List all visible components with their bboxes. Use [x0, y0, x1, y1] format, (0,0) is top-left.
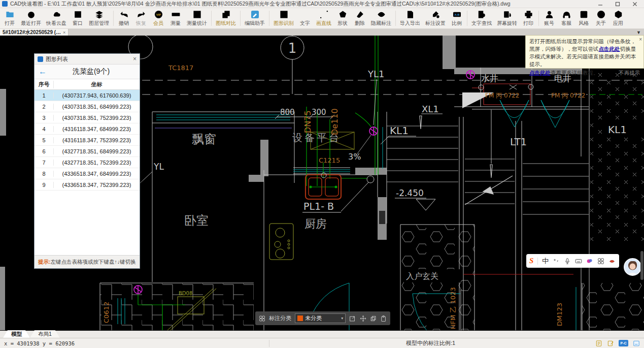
toolbar-button-scale[interactable]: 比例	[448, 8, 465, 28]
emoji-lips-icon[interactable]	[608, 258, 616, 265]
table-row[interactable]: 4(4316118.347, 684999.223)	[35, 123, 140, 135]
table-row[interactable]: 8(4336518.347, 684999.223)	[35, 168, 140, 179]
svg-text:C1215: C1215	[319, 156, 340, 164]
microphone-icon[interactable]	[564, 258, 571, 265]
import-export-icon	[405, 10, 415, 19]
sheet-tab-model[interactable]: 模型	[3, 330, 30, 338]
document-tab[interactable]: 5#10#12#水20250529 (… ×	[0, 29, 69, 36]
toolbar-button-shape-recognize[interactable]: 图形识别	[271, 8, 296, 28]
table-row[interactable]: 5(4316118.347, 752399.223)	[35, 135, 140, 146]
panel-close-icon[interactable]: ×	[133, 55, 137, 62]
toolbar-button-window[interactable]: 窗口	[69, 8, 86, 28]
notice-link-2[interactable]: 点击此处	[529, 70, 551, 76]
assistant-avatar[interactable]	[624, 258, 641, 276]
main-toolbar: 打开 最近打开 快看云盘 窗口 图层管理 撤销 恢复 会员 测量 测量统计 图纸…	[0, 8, 644, 29]
paste-annotation-icon[interactable]	[380, 315, 387, 322]
keyboard-icon[interactable]	[575, 258, 582, 265]
maximize-button[interactable]	[615, 1, 621, 7]
floating-toolbar-handle[interactable]	[640, 251, 643, 280]
svg-text:BD08: BD08	[179, 291, 192, 296]
table-row[interactable]: 3(4307318.351, 752399.223)	[35, 112, 140, 123]
sogou-logo-icon[interactable]: S	[529, 257, 533, 265]
notice-link-1[interactable]: 点击此处	[599, 46, 620, 52]
panel-title-bar[interactable]: 图形列表 ×	[35, 54, 140, 65]
headset-icon	[562, 10, 571, 19]
classify-grid-icon[interactable]	[259, 315, 265, 322]
table-row[interactable]: 6(4327718.351, 684999.223)	[35, 146, 140, 157]
classify-label: 标注分类	[269, 314, 291, 322]
classify-dropdown[interactable]: 未分类 ▾	[295, 313, 346, 323]
toolbar-button-edit-assistant[interactable]: 编辑助手	[242, 8, 267, 28]
svg-text:800: 800	[280, 108, 295, 117]
toolbar-button-vip[interactable]: 会员	[150, 8, 167, 28]
toolbar-button-support[interactable]: 客服	[558, 8, 575, 28]
toolbar-button-import-export[interactable]: 导入导出	[397, 8, 423, 28]
toolbar-button-text-search[interactable]: 文字查找	[469, 8, 494, 28]
back-arrow-icon[interactable]: ←	[39, 67, 47, 76]
copy-annotation-icon[interactable]	[370, 315, 377, 322]
svg-text:LT1: LT1	[510, 136, 527, 148]
sheet-tab-layout1[interactable]: 布局1	[30, 330, 60, 338]
redo-icon	[137, 10, 146, 19]
equipment-platform	[275, 115, 354, 174]
svg-text:TC1817: TC1817	[168, 64, 193, 72]
move-annotation-icon[interactable]	[360, 315, 366, 322]
toolbar-button-cloud[interactable]: 快看云盘	[44, 8, 69, 28]
toolbar-button-print[interactable]: 打印	[520, 8, 537, 28]
export-note-icon[interactable]	[607, 340, 614, 347]
panel-toggle-icon[interactable]	[633, 340, 640, 347]
toolbar-button-undo[interactable]: 撤销	[115, 8, 132, 28]
table-row[interactable]: 2(4307318.351, 684999.223)	[35, 101, 140, 112]
tip-label: 提示:	[38, 259, 51, 266]
svg-text:飘窗: 飘窗	[192, 132, 216, 146]
notice-close-icon[interactable]: ×	[639, 36, 642, 43]
cloud-icon	[52, 10, 61, 19]
toolbar-button-delete[interactable]: 删除	[351, 8, 368, 28]
toolbar-button-text[interactable]: 文字	[296, 8, 314, 28]
wall-recess	[379, 211, 385, 224]
svg-text:De110: De110	[330, 108, 340, 135]
toolbar-button-hide-annotations[interactable]: 隐藏标注	[368, 8, 394, 28]
clock-icon	[26, 10, 36, 19]
tab-close-icon[interactable]: ×	[63, 30, 65, 35]
toolbar-button-open[interactable]: 打开	[1, 8, 18, 28]
toolbar-button-recent[interactable]: 最近打开	[18, 8, 44, 28]
edit-assistant-icon	[250, 10, 260, 19]
svg-text:C0612: C0612	[103, 302, 110, 323]
toolbox-grid-icon[interactable]	[597, 258, 604, 265]
style-icon	[579, 10, 589, 19]
toolbar-button-measure[interactable]: 测量	[167, 8, 184, 28]
skin-palette-icon[interactable]	[586, 258, 593, 265]
punctuation-icon[interactable]	[553, 258, 560, 265]
svg-text:300: 300	[312, 108, 326, 117]
toolbar-button-compare[interactable]: 图纸对比	[213, 8, 239, 28]
toolbar-button-screen-rotate[interactable]: 屏幕旋转	[494, 8, 520, 28]
folder-open-icon	[5, 10, 15, 19]
ime-language-mode[interactable]: 中	[542, 257, 549, 266]
svg-text:FM 丙 0722: FM 丙 0722	[551, 92, 585, 99]
edit-annotation-icon[interactable]	[349, 315, 356, 322]
toolbar-button-about[interactable]: 关于	[592, 8, 609, 28]
toolbar-button-annotation-settings[interactable]: 标注设置	[423, 8, 448, 28]
toolbar-button-draw-line[interactable]: 画直线	[314, 8, 334, 28]
close-button[interactable]	[632, 1, 638, 7]
toolbar-button-apps[interactable]: 应用	[609, 8, 627, 28]
toolbar-button-style[interactable]: 风格	[575, 8, 592, 28]
svg-text:3%: 3%	[348, 152, 361, 162]
toolbar-button-shapes[interactable]: 形状	[334, 8, 351, 28]
toolbar-button-measure-stats[interactable]: 测量统计	[184, 8, 210, 28]
notes-icon[interactable]	[595, 340, 602, 347]
color-swatch	[297, 315, 303, 321]
toolbar-button-layers[interactable]: 图层管理	[86, 8, 112, 28]
pc-sync-badge[interactable]: P-C	[619, 340, 628, 346]
svg-text:DM123: DM123	[556, 303, 563, 326]
toolbar-button-account[interactable]: 账号	[540, 8, 558, 28]
apps-cube-icon	[614, 10, 623, 19]
column-coord: 坐标	[54, 81, 140, 88]
notice-dismiss-link[interactable]: 不再提示	[619, 69, 640, 77]
table-row[interactable]: 7(4327718.351, 752399.223)	[35, 157, 140, 168]
annotation-scale: 模型中的标注比例:1	[406, 339, 455, 347]
table-row[interactable]: 9(4336518.347, 752399.223)	[35, 179, 140, 191]
table-row[interactable]: 1(4307317.943, 617600.639)	[35, 90, 140, 101]
minimize-button[interactable]	[597, 1, 603, 7]
